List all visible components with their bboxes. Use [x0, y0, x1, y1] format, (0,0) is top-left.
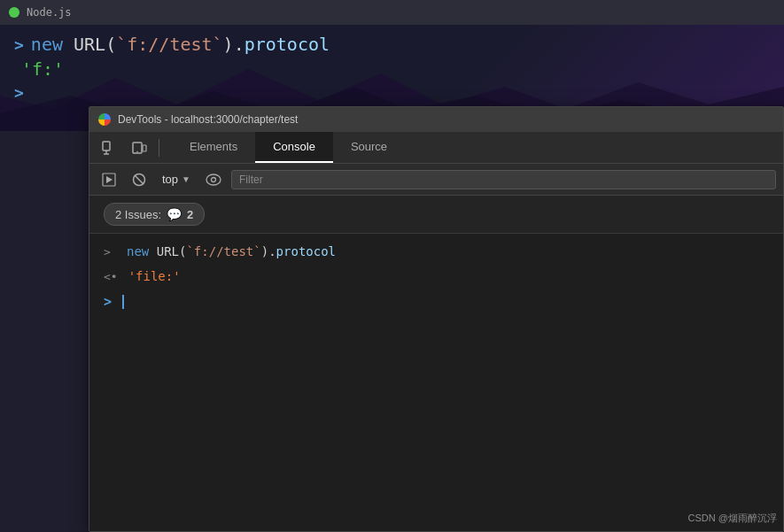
devtools-window: DevTools - localhost:3000/chapter/test: [89, 106, 784, 532]
devtools-main: Elements Console Source: [89, 132, 783, 531]
svg-marker-9: [106, 176, 113, 183]
issues-badge[interactable]: 2 Issues: 💬 2: [104, 203, 205, 226]
issues-label: 2 Issues:: [115, 208, 161, 221]
issues-count: 2: [187, 208, 193, 221]
svg-line-11: [135, 175, 144, 184]
terminal-new-keyword: new: [31, 34, 74, 55]
device-icon: [131, 140, 147, 156]
tab-console[interactable]: Console: [255, 132, 333, 163]
tab-elements[interactable]: Elements: [172, 132, 255, 163]
context-label: top: [162, 173, 178, 186]
watermark: CSDN @烟雨醉沉浮: [688, 512, 777, 525]
issues-bar: 2 Issues: 💬 2: [89, 196, 783, 234]
tab-source[interactable]: Source: [333, 132, 405, 163]
terminal-cursor-line: >: [14, 83, 770, 102]
terminal-status-dot: [9, 7, 19, 18]
inspect-icon: [101, 140, 117, 156]
devtools-favicon: [98, 113, 111, 126]
toolbar-separator: [159, 139, 159, 157]
terminal-title: Node.js: [27, 6, 72, 19]
svg-point-7: [136, 150, 138, 152]
current-prompt-arrow: >: [104, 294, 112, 310]
tab-list: Elements Console Source: [172, 132, 405, 163]
device-toggle-button[interactable]: [125, 135, 153, 160]
devtools-tab-toolbar: Elements Console Source: [89, 132, 783, 164]
console-current-input[interactable]: >: [89, 290, 783, 313]
terminal-command-line: > new URL(`f://test`).protocol: [14, 34, 770, 55]
run-button[interactable]: [97, 168, 121, 191]
url-text: URL(: [157, 244, 187, 258]
console-output-line-1: <• 'file:': [89, 266, 783, 290]
console-result-1: 'file:': [128, 269, 181, 283]
terminal-url-constructor: URL(: [74, 34, 116, 55]
console-cursor: [122, 295, 124, 309]
dropdown-arrow-icon: ▼: [182, 174, 190, 184]
console-input-line-1: > new URL(`f://test`).protocol: [89, 241, 783, 266]
svg-rect-2: [103, 142, 110, 150]
console-output-arrow-1: <•: [104, 270, 118, 283]
devtools-titlebar: DevTools - localhost:3000/chapter/test: [89, 107, 783, 132]
terminal-input-chevron: >: [14, 83, 24, 102]
console-code-1: new URL(`f://test`).protocol: [127, 244, 336, 258]
terminal-content: > new URL(`f://test`).protocol 'f:' >: [0, 25, 784, 111]
terminal-protocol-property: protocol: [245, 34, 330, 55]
svg-point-12: [206, 174, 221, 185]
terminal-prompt-chevron: >: [14, 35, 24, 54]
clear-icon: [132, 173, 146, 187]
svg-rect-6: [143, 145, 146, 151]
console-output: > new URL(`f://test`).protocol <• 'file:…: [89, 234, 783, 531]
terminal-command: new URL(`f://test`).protocol: [31, 34, 330, 55]
clear-console-button[interactable]: [127, 168, 151, 191]
run-icon: [102, 173, 116, 187]
console-toolbar: top ▼: [89, 164, 783, 196]
terminal-titlebar: Node.js: [0, 0, 784, 25]
console-content: 2 Issues: 💬 2 > new URL(`f://test`).prot…: [89, 196, 783, 531]
console-input-arrow-1: >: [104, 245, 116, 258]
visibility-button[interactable]: [201, 168, 226, 191]
context-dropdown[interactable]: top ▼: [157, 171, 196, 188]
issues-message-icon: 💬: [167, 207, 182, 221]
inspect-element-button[interactable]: [95, 135, 123, 160]
terminal-close-paren: ).: [223, 34, 245, 55]
protocol-prop: protocol: [276, 244, 336, 258]
terminal-template-string: `f://test`: [116, 34, 222, 55]
eye-icon: [206, 173, 221, 186]
new-keyword: new: [127, 244, 157, 258]
template-string: `f://test`: [186, 244, 260, 258]
filter-input[interactable]: [231, 170, 776, 189]
svg-point-13: [211, 177, 215, 181]
devtools-url: DevTools - localhost:3000/chapter/test: [118, 113, 298, 126]
close-paren-dot: ).: [261, 244, 276, 258]
terminal-result: 'f:': [14, 58, 770, 80]
file-result-string: 'file:': [128, 269, 181, 283]
